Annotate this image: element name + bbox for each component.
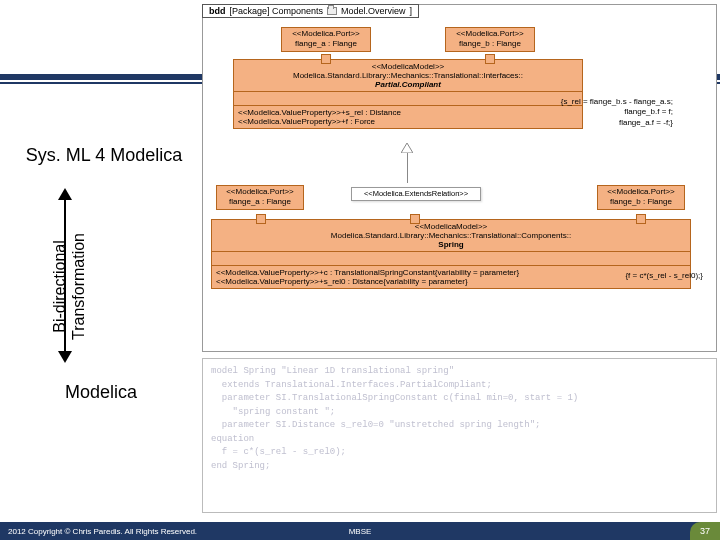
page-number-badge: 37 <box>690 522 720 540</box>
footer-copyright: 2012 Copyright © Chris Paredis. All Righ… <box>8 527 197 536</box>
rotated-line2: Transformation <box>69 233 88 340</box>
pkg-label: [Package] Components <box>230 6 324 16</box>
port-square-ext <box>410 214 420 224</box>
package-icon <box>327 7 337 15</box>
port-label: flange_a : Flange <box>220 197 300 207</box>
ext-stereo: <<Modelica.ExtendsRelation>> <box>355 189 477 199</box>
port-square-b-top <box>485 54 495 64</box>
code-line: model Spring "Linear 1D translational sp… <box>211 365 708 379</box>
eq2: flange_b.f = f; <box>503 107 673 117</box>
footer-bar: 2012 Copyright © Chris Paredis. All Righ… <box>0 522 720 540</box>
port-flange-a-bot: <<Modelica.Port>> flange_a : Flange <box>216 185 304 210</box>
diagram-header: bdd [Package] Components Model.Overview … <box>202 4 419 18</box>
model-overview-label: Model.Overview <box>341 6 406 16</box>
port-stereo: <<Modelica.Port>> <box>220 187 300 197</box>
port-stereo: <<Modelica.Port>> <box>285 29 367 39</box>
rotated-line1: Bi-directional <box>50 233 69 340</box>
eq3: flange_a.f = -f;} <box>503 118 673 128</box>
eq: {f = c*(s_rel - s_rel0);} <box>583 271 703 280</box>
bdd-tag: bdd <box>209 6 226 16</box>
port-square-b-bot <box>636 214 646 224</box>
sysml-title: Sys. ML 4 Modelica <box>0 145 208 166</box>
block-path: Modelica.Standard.Library::Mechanics::Tr… <box>238 71 578 80</box>
code-line: parameter SI.TranslationalSpringConstant… <box>211 392 708 406</box>
rotated-label: Bi-directional Transformation <box>50 233 88 340</box>
port-flange-b-top: <<Modelica.Port>> flange_b : Flange <box>445 27 535 52</box>
modelica-title: Modelica <box>65 382 137 403</box>
code-line: f = c*(s_rel - s_rel0); <box>211 446 708 460</box>
block-name: Spring <box>216 240 686 249</box>
arrow-down-icon <box>58 351 72 363</box>
code-line: "spring constant "; <box>211 406 708 420</box>
footer-center: MBSE <box>349 527 372 536</box>
block-path: Modelica.Standard.Library::Mechanics::Tr… <box>216 231 686 240</box>
partial-equations: {s_rel = flange_b.s - flange_a.s; flange… <box>503 97 673 128</box>
port-label: flange_b : Flange <box>449 39 531 49</box>
code-line: equation <box>211 433 708 447</box>
port-square-a-bot <box>256 214 266 224</box>
block-name: Partial.Compliant <box>238 80 578 89</box>
code-line: end Spring; <box>211 460 708 474</box>
port-label: flange_b : Flange <box>601 197 681 207</box>
left-column: Sys. ML 4 Modelica <box>0 145 208 166</box>
spring-equation: {f = c*(s_rel - s_rel0);} <box>583 271 703 280</box>
code-line: parameter SI.Distance s_rel0=0 "unstretc… <box>211 419 708 433</box>
header-close-bracket: ] <box>410 6 413 16</box>
inherit-connector <box>407 153 408 183</box>
port-square-a-top <box>321 54 331 64</box>
port-flange-a-top: <<Modelica.Port>> flange_a : Flange <box>281 27 371 52</box>
port-stereo: <<Modelica.Port>> <box>449 29 531 39</box>
port-label: flange_a : Flange <box>285 39 367 49</box>
svg-marker-0 <box>401 143 413 153</box>
port-stereo: <<Modelica.Port>> <box>601 187 681 197</box>
extends-relation-block: <<Modelica.ExtendsRelation>> <box>351 187 481 201</box>
inherit-triangle-icon <box>401 143 413 153</box>
block-stereo: <<ModelicaModel>> <box>238 62 578 71</box>
block-empty-compartment <box>212 252 690 266</box>
port-flange-b-bot: <<Modelica.Port>> flange_b : Flange <box>597 185 685 210</box>
bdd-diagram-frame: bdd [Package] Components Model.Overview … <box>202 4 717 352</box>
code-line: extends Translational.Interfaces.Partial… <box>211 379 708 393</box>
eq1: {s_rel = flange_b.s - flange_a.s; <box>503 97 673 107</box>
block-header: <<ModelicaModel>> Modelica.Standard.Libr… <box>212 220 690 252</box>
block-header: <<ModelicaModel>> Modelica.Standard.Libr… <box>234 60 582 92</box>
modelica-code-frame: model Spring "Linear 1D translational sp… <box>202 358 717 513</box>
block-stereo: <<ModelicaModel>> <box>216 222 686 231</box>
